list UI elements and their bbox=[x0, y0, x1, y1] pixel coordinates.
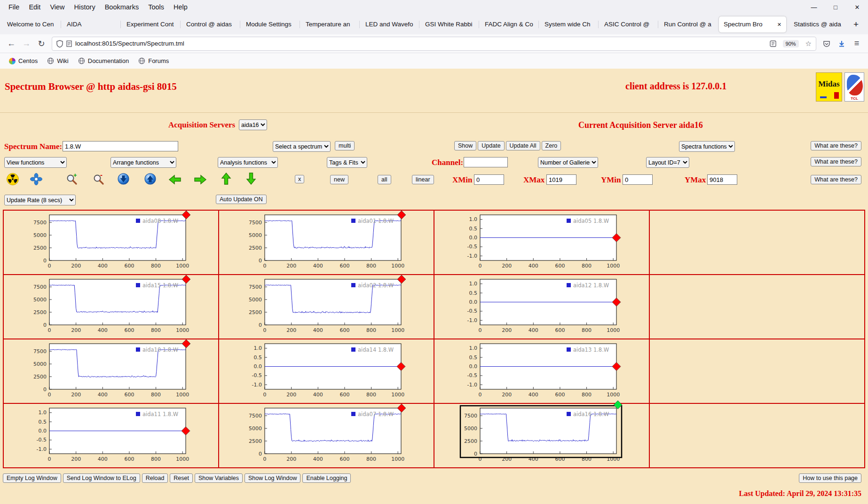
number-of-galleries-dropdown[interactable]: Number of Galleries bbox=[538, 157, 598, 168]
channel-input[interactable] bbox=[464, 157, 508, 167]
arrow-up-icon[interactable] bbox=[221, 172, 231, 187]
bookmark-centos[interactable]: Centos bbox=[5, 55, 42, 66]
auto-update-button[interactable]: Auto Update ON bbox=[216, 195, 267, 204]
what-are-these-button-2[interactable]: What are these? bbox=[811, 157, 861, 166]
downloads-icon[interactable] bbox=[834, 37, 849, 51]
new-button[interactable]: new bbox=[330, 175, 348, 184]
forward-icon[interactable]: → bbox=[19, 37, 34, 51]
menu-file[interactable]: File bbox=[4, 0, 24, 15]
blue-globe-down-icon[interactable] bbox=[118, 173, 129, 187]
reset-button[interactable]: Reset bbox=[170, 473, 193, 483]
update-all-button[interactable]: Update All bbox=[506, 141, 540, 150]
tab-led-and-wavefo[interactable]: LED and Wavefo bbox=[359, 15, 419, 34]
tab-fadc-align-co[interactable]: FADC Align & Co bbox=[479, 15, 538, 34]
show-variables-button[interactable]: Show Variables bbox=[195, 473, 243, 483]
menu-view[interactable]: View bbox=[45, 0, 69, 15]
bookmark-documentation[interactable]: Documentation bbox=[74, 55, 133, 66]
ymin-input[interactable] bbox=[623, 174, 653, 185]
gallery-panel-aida01[interactable]: 025005000750002004006008001000aida01 1.8… bbox=[219, 210, 434, 275]
send-log-window-to-elog-button[interactable]: Send Log Window to ELog bbox=[63, 473, 140, 483]
spectra-functions-dropdown[interactable]: Spectra functions bbox=[679, 141, 735, 152]
bookmark-star-icon[interactable]: ☆ bbox=[805, 39, 812, 48]
shield-icon[interactable] bbox=[56, 40, 63, 47]
arrow-down-icon[interactable] bbox=[246, 172, 256, 187]
reload-icon[interactable]: ↻ bbox=[34, 37, 49, 51]
zero-button[interactable]: Zero bbox=[542, 141, 561, 150]
tab-run-control-a[interactable]: Run Control @ a bbox=[658, 15, 718, 34]
gallery-panel-aida12[interactable]: -1.0-0.50.00.51.002004006008001000aida12… bbox=[434, 275, 649, 339]
how-to-use-button[interactable]: How to use this page bbox=[799, 473, 861, 483]
url-text[interactable]: localhost:8015/Spectrum/Spectrum.tml bbox=[75, 40, 770, 47]
arrange-functions-dropdown[interactable]: Arrange functions bbox=[110, 157, 176, 168]
reload-button[interactable]: Reload bbox=[142, 473, 168, 483]
menu-history[interactable]: History bbox=[70, 0, 100, 15]
analysis-functions-dropdown[interactable]: Analysis functions bbox=[218, 157, 278, 168]
gallery-panel-aida05[interactable]: -1.0-0.50.00.51.002004006008001000aida05… bbox=[434, 210, 649, 275]
radiation-icon[interactable] bbox=[7, 173, 19, 187]
tab-temperature-an[interactable]: Temperature an bbox=[300, 15, 359, 34]
site-info-icon[interactable] bbox=[66, 40, 72, 47]
menu-edit[interactable]: Edit bbox=[24, 0, 45, 15]
select-spectrum-dropdown[interactable]: Select a spectrum bbox=[273, 141, 331, 152]
ymax-input[interactable] bbox=[707, 174, 737, 185]
show-log-window-button[interactable]: Show Log Window bbox=[245, 473, 301, 483]
spectrum-name-input[interactable] bbox=[63, 141, 178, 151]
gallery-panel-aida13[interactable]: -1.0-0.50.00.51.002004006008001000aida13… bbox=[434, 339, 649, 403]
gallery-panel-aida10[interactable]: 025005000750002004006008001000aida10 1.8… bbox=[3, 339, 219, 403]
blue-globe-up-icon[interactable] bbox=[144, 173, 156, 187]
tab-spectrum-bro[interactable]: Spectrum Bro✕ bbox=[719, 16, 786, 32]
zoom-in-icon[interactable]: + bbox=[66, 173, 79, 188]
url-bar[interactable]: localhost:8015/Spectrum/Spectrum.tml 90%… bbox=[52, 37, 816, 51]
acquisition-server-select[interactable]: aida16 bbox=[239, 119, 267, 130]
tab-aida[interactable]: AIDA bbox=[61, 15, 120, 34]
tags-fits-dropdown[interactable]: Tags & Fits bbox=[327, 157, 367, 168]
tab-close-icon[interactable]: ✕ bbox=[774, 16, 781, 32]
gallery-panel-aida02[interactable]: 025005000750002004006008001000aida02 1.8… bbox=[219, 275, 434, 339]
tab-asic-control-[interactable]: ASIC Control @ bbox=[598, 15, 658, 34]
gallery-panel-aida15[interactable]: 025005000750002004006008001000aida15 1.8… bbox=[3, 275, 219, 339]
arrow-left-icon[interactable] bbox=[168, 174, 181, 187]
bookmark-wiki[interactable]: Wiki bbox=[43, 55, 73, 66]
gallery-panel-aida14[interactable]: -1.0-0.50.00.51.002004006008001000aida14… bbox=[219, 339, 434, 403]
what-are-these-button-3[interactable]: What are these? bbox=[811, 175, 861, 184]
reader-mode-icon[interactable] bbox=[770, 40, 776, 47]
xmax-input[interactable] bbox=[546, 174, 576, 185]
zoom-level-badge[interactable]: 90% bbox=[783, 40, 799, 47]
gallery-panel-aida07[interactable]: 025005000750002004006008001000aida07 1.8… bbox=[219, 403, 434, 468]
arrow-right-icon[interactable] bbox=[194, 174, 207, 187]
tab-statistics-aida[interactable]: Statistics @ aida bbox=[788, 15, 847, 34]
view-functions-dropdown[interactable]: View functions bbox=[4, 157, 67, 168]
empty-log-window-button[interactable]: Empty Log Window bbox=[3, 473, 61, 483]
linear-button[interactable]: linear bbox=[412, 175, 434, 184]
app-menu-icon[interactable]: ≡ bbox=[849, 37, 864, 51]
multi-button[interactable]: multi bbox=[335, 141, 355, 150]
tab-module-settings[interactable]: Module Settings bbox=[240, 15, 300, 34]
fan-icon[interactable] bbox=[30, 173, 42, 187]
back-icon[interactable]: ← bbox=[4, 37, 19, 51]
show-button[interactable]: Show bbox=[454, 141, 476, 150]
gallery-panel-aida11[interactable]: -1.0-0.50.00.51.002004006008001000aida11… bbox=[3, 403, 219, 468]
what-are-these-button-1[interactable]: What are these? bbox=[811, 141, 861, 150]
gallery-panel-aida08[interactable]: 025005000750002004006008001000aida08 1.8… bbox=[3, 210, 219, 275]
menu-bookmarks[interactable]: Bookmarks bbox=[100, 0, 144, 15]
menu-tools[interactable]: Tools bbox=[143, 0, 169, 15]
close-icon[interactable]: ✕ bbox=[846, 0, 868, 15]
tab-gsi-white-rabbi[interactable]: GSI White Rabbi bbox=[419, 15, 479, 34]
update-button[interactable]: Update bbox=[478, 141, 504, 150]
layout-id-dropdown[interactable]: Layout ID=7 bbox=[646, 157, 689, 168]
all-button[interactable]: all bbox=[378, 175, 391, 184]
xmin-input[interactable] bbox=[474, 174, 504, 185]
pocket-icon[interactable] bbox=[819, 37, 834, 51]
zoom-out-icon[interactable]: - bbox=[93, 173, 105, 188]
gallery-panel-aida16[interactable]: 025005000750002004006008001000aida16 1.8… bbox=[434, 403, 649, 468]
menu-help[interactable]: Help bbox=[169, 0, 192, 15]
bookmark-forums[interactable]: Forums bbox=[134, 55, 173, 66]
minimize-icon[interactable]: — bbox=[803, 0, 825, 15]
tab-control-aidas[interactable]: Control @ aidas bbox=[180, 15, 240, 34]
tab-welcome-to-cen[interactable]: Welcome to Cen bbox=[1, 15, 61, 34]
new-tab-button[interactable]: + bbox=[847, 15, 865, 34]
update-rate-dropdown[interactable]: Update Rate (8 secs) bbox=[4, 195, 76, 205]
maximize-icon[interactable]: □ bbox=[825, 0, 846, 15]
tab-experiment-cont[interactable]: Experiment Cont bbox=[120, 15, 180, 34]
enable-logging-button[interactable]: Enable Logging bbox=[302, 473, 351, 483]
